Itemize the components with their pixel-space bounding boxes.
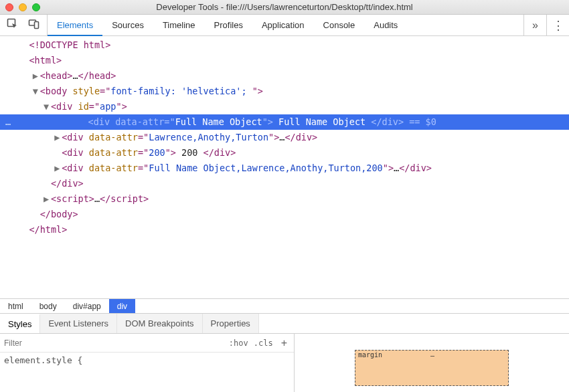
- window-title: Developer Tools - file:///Users/lawrence…: [0, 2, 569, 12]
- tab-elements[interactable]: Elements: [48, 15, 102, 35]
- box-model-margin[interactable]: margin –: [355, 350, 509, 386]
- styles-left-column: :hov .cls + element.style {: [0, 334, 295, 392]
- dom-line[interactable]: ▼<div id="app">: [0, 99, 569, 114]
- element-style-rule[interactable]: element.style {: [0, 353, 294, 368]
- styles-subtabs: StylesEvent ListenersDOM BreakpointsProp…: [0, 313, 569, 333]
- styles-pane: :hov .cls + element.style { margin –: [0, 333, 569, 392]
- devtools-tabs: ElementsSourcesTimelineProfilesApplicati…: [48, 15, 523, 35]
- box-model-margin-top-value: –: [430, 352, 434, 359]
- window-controls: [5, 3, 40, 11]
- subtab-dom-breakpoints[interactable]: DOM Breakpoints: [117, 314, 203, 333]
- tabs-overflow-button[interactable]: »: [523, 15, 546, 35]
- tab-application[interactable]: Application: [252, 15, 314, 35]
- dom-line[interactable]: ▶<div data-attr="Lawrence,Anothy,Turton"…: [0, 130, 569, 145]
- device-mode-icon[interactable]: [28, 18, 40, 33]
- dom-line[interactable]: <!DOCTYPE html>: [0, 37, 569, 53]
- tab-audits[interactable]: Audits: [364, 15, 407, 35]
- styles-filter-bar: :hov .cls +: [0, 334, 294, 353]
- subtab-properties[interactable]: Properties: [203, 314, 259, 333]
- dom-line[interactable]: ▶<script>…</script>: [0, 191, 569, 207]
- breadcrumb-html[interactable]: html: [0, 299, 31, 313]
- close-window-button[interactable]: [5, 3, 13, 11]
- dom-line[interactable]: </div>: [0, 176, 569, 191]
- breadcrumb-div-app[interactable]: div#app: [65, 299, 109, 313]
- tab-console[interactable]: Console: [314, 15, 365, 35]
- svg-rect-2: [35, 21, 39, 28]
- dom-breadcrumbs: htmlbodydiv#appdiv: [0, 298, 569, 313]
- tab-sources[interactable]: Sources: [102, 15, 153, 35]
- tab-timeline[interactable]: Timeline: [153, 15, 205, 35]
- elements-dom-tree[interactable]: <!DOCTYPE html> <html> ▶<head>…</head> ▼…: [0, 36, 569, 298]
- dom-line[interactable]: <div data-attr="200"> 200 </div>: [0, 145, 569, 161]
- dom-line[interactable]: <html>: [0, 53, 569, 68]
- box-model-margin-label: margin: [358, 351, 382, 359]
- dom-line[interactable]: ▼<body style="font-family: 'helvetica'; …: [0, 84, 569, 99]
- hover-toggle[interactable]: :hov: [229, 338, 248, 348]
- dom-line[interactable]: </body>: [0, 207, 569, 222]
- subtab-event-listeners[interactable]: Event Listeners: [40, 314, 117, 333]
- dom-line[interactable]: ▶<head>…</head>: [0, 68, 569, 84]
- minimize-window-button[interactable]: [19, 3, 27, 11]
- cls-toggle[interactable]: .cls: [254, 338, 273, 348]
- window-titlebar: Developer Tools - file:///Users/lawrence…: [0, 0, 569, 15]
- toolbar-left-icons: [0, 15, 48, 35]
- subtab-styles[interactable]: Styles: [0, 314, 40, 333]
- devtools-menu-button[interactable]: ⋮: [546, 15, 569, 35]
- dom-line[interactable]: </html>: [0, 222, 569, 237]
- breadcrumb-body[interactable]: body: [31, 299, 65, 313]
- dom-line[interactable]: … <div data-attr="Full Name Object"> Ful…: [0, 114, 569, 130]
- tab-profiles[interactable]: Profiles: [205, 15, 252, 35]
- maximize-window-button[interactable]: [32, 3, 40, 11]
- breadcrumb-div[interactable]: div: [109, 299, 135, 313]
- devtools-toolbar: ElementsSourcesTimelineProfilesApplicati…: [0, 15, 569, 36]
- inspect-element-icon[interactable]: [7, 18, 19, 33]
- dom-line[interactable]: ▶<div data-attr="Full Name Object,Lawren…: [0, 161, 569, 176]
- styles-filter-input[interactable]: [4, 338, 224, 348]
- box-model-column: margin –: [295, 334, 569, 392]
- new-style-rule-button[interactable]: +: [278, 337, 290, 349]
